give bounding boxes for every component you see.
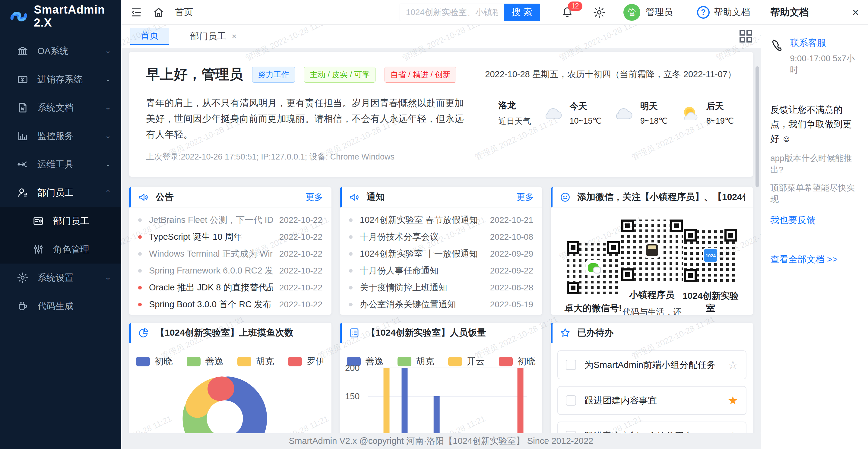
sidebar-submenu: 部门员工 角色管理: [0, 207, 121, 263]
sidebar-item-monitor[interactable]: 监控服务⌄: [0, 122, 121, 150]
settings-button[interactable]: [593, 6, 605, 19]
announcement-row[interactable]: TypeScript 诞生 10 周年2022-10-22: [131, 229, 329, 246]
search-input[interactable]: [400, 4, 504, 21]
more-link[interactable]: 更多: [516, 191, 534, 203]
star-toggle-icon[interactable]: ★: [728, 395, 738, 406]
todo-item[interactable]: 跟进团建内容事宜 ★: [557, 386, 746, 415]
weather-widget: 洛龙 近日天气 今天 10~15℃ 明天 9~18℃ 后天 8~19℃: [499, 99, 734, 127]
list-card-icon: [349, 327, 360, 338]
help-question-icon[interactable]: ?: [697, 6, 710, 19]
menu-fold-icon[interactable]: [130, 6, 142, 19]
star-toggle-icon[interactable]: ☆: [728, 359, 738, 371]
invoice-icon: [17, 73, 28, 85]
notice-row[interactable]: 十月份技术分享会议2022-10-08: [342, 229, 540, 246]
tab-department-employee[interactable]: 部门员工 ×: [180, 28, 247, 45]
tab-layout-grid-icon[interactable]: [740, 30, 752, 42]
announcement-row[interactable]: Spring Boot 3.0.0 首个 RC 发布2022-10-22: [131, 296, 329, 313]
sidebar-item-label: 进销存系统: [37, 73, 105, 86]
donut-chart: [129, 343, 332, 433]
sidebar-item-erp[interactable]: 进销存系统⌄: [0, 65, 121, 94]
sidebar-item-ops[interactable]: 运维工具⌄: [0, 150, 121, 179]
search-button[interactable]: 搜 索: [504, 4, 540, 21]
card-title: 添加微信，关注【小镇程序员】、【1024创新实验室】: [577, 191, 745, 203]
smartadmin-logo-icon: [10, 9, 28, 23]
greeting-card: 早上好，管理员 努力工作 主动 / 皮实 / 可靠 自省 / 精进 / 创新 2…: [129, 52, 753, 177]
feedback-link[interactable]: 我也要反馈: [770, 214, 859, 226]
close-icon[interactable]: ×: [852, 7, 859, 18]
monitor-chart-icon: [17, 130, 28, 142]
sidebar-subitem-label: 部门员工: [53, 215, 111, 227]
contact-support-link[interactable]: 联系客服: [790, 37, 859, 49]
bar-善逸: [402, 368, 408, 433]
tag-hard-work: 努力工作: [252, 67, 295, 83]
code-gen-icon: [17, 300, 28, 312]
settings-gear-icon: [17, 272, 28, 284]
all-docs-link[interactable]: 查看全部文档 >>: [770, 253, 859, 266]
tab-close-icon[interactable]: ×: [231, 32, 237, 41]
notice-row[interactable]: 1024创新实验室 春节放假通知2022-10-21: [342, 212, 540, 229]
app-logo[interactable]: SmartAdmin 2.X: [0, 0, 121, 27]
bar-chart: 200 150: [340, 343, 542, 433]
sidebar-subitem-label: 角色管理: [53, 243, 111, 256]
tab-home[interactable]: 首页: [130, 28, 169, 45]
sidebar-subitem-employee[interactable]: 部门员工: [0, 207, 121, 235]
home-icon[interactable]: [153, 6, 165, 19]
user-name[interactable]: 管理员: [646, 6, 673, 19]
footer: SmartAdmin V2.x @copyright 河南·洛阳【1024创新实…: [121, 433, 761, 449]
bar-初晓: [518, 368, 524, 433]
tag-values-red: 自省 / 精进 / 创新: [384, 67, 456, 83]
notification-bell[interactable]: 12: [561, 6, 574, 19]
notice-row[interactable]: 办公室消杀关键位置通知2022-05-19: [342, 296, 540, 313]
breadcrumb[interactable]: 首页: [175, 6, 193, 19]
sidebar-item-label: 系统文档: [37, 102, 105, 114]
app-title: SmartAdmin 2.X: [34, 3, 121, 29]
sun-cloud-icon: [678, 104, 702, 122]
sidebar-subitem-roles[interactable]: 角色管理: [0, 235, 121, 263]
donut-segment-罗伊: [220, 388, 222, 389]
smiley-icon: [560, 192, 570, 203]
tabbar: 首页 部门员工 ×: [121, 25, 761, 48]
sidebar-item-docs[interactable]: 系统文档⌄: [0, 94, 121, 122]
qr-code: [567, 241, 620, 294]
copyright-text: SmartAdmin V2.x @copyright 河南·洛阳【1024创新实…: [289, 435, 593, 447]
todo-card: 已办待办 为SmartAdmin前端小组分配任务 ☆ 跟进团建内容事宜 ★ 跟进…: [551, 323, 753, 433]
main-content: 早上好，管理员 努力工作 主动 / 皮实 / 可靠 自省 / 精进 / 创新 2…: [121, 48, 761, 433]
more-link[interactable]: 更多: [306, 191, 323, 203]
sidebar-item-settings[interactable]: 系统设置⌄: [0, 263, 121, 292]
speaker-icon: [138, 192, 149, 203]
weather-city-sub: 近日天气: [499, 116, 531, 127]
sidebar-item-oa[interactable]: OA系统⌄: [0, 37, 121, 65]
weather-tomorrow: 明天 9~18℃: [612, 100, 668, 126]
pie-chart-card: 【1024创新实验室】上班摸鱼次数 初晓善逸胡克罗伊: [129, 323, 332, 433]
announcement-row[interactable]: JetBrains Fleet 公测，下一代 IDE2022-10-22: [131, 212, 329, 229]
notice-card: 通知 更多 1024创新实验室 春节放假通知2022-10-21 十月份技术分享…: [340, 187, 542, 315]
todo-item[interactable]: 跟进客户定制一个软件平台 ☆: [557, 422, 746, 433]
user-avatar[interactable]: 管: [623, 4, 640, 21]
sidebar-item-employee[interactable]: 部门员工⌃: [0, 179, 121, 207]
notice-row[interactable]: 关于疫情防控上班通知2022-06-28: [342, 279, 540, 296]
employee-icon: [17, 187, 28, 198]
daily-quote: 青年的肩上，从不只有清风明月，更有责任担当。岁月因青春慨然以赴而更加美好，世间因…: [146, 95, 466, 142]
sidebar-item-codegen[interactable]: 代码生成: [0, 292, 121, 320]
announcement-row[interactable]: Spring Framework 6.0.0 RC2 发布2022-10-22: [131, 262, 329, 279]
sidebar-item-label: 部门员工: [37, 187, 105, 199]
todo-checkbox[interactable]: [566, 431, 576, 433]
card-title: 【1024创新实验室】人员饭量: [367, 327, 534, 339]
notice-row[interactable]: 十月份人事任命通知2022-09-22: [342, 262, 540, 279]
card-title: 通知: [367, 191, 516, 203]
todo-item[interactable]: 为SmartAdmin前端小组分配任务 ☆: [557, 350, 746, 379]
todo-checkbox[interactable]: [566, 360, 576, 370]
announcement-row[interactable]: Windows Terminal 正式成为 Win...2022-10-22: [131, 246, 329, 262]
feedback-item: app版本什么时候能推出?: [770, 153, 859, 175]
help-docs-button[interactable]: 帮助文档: [714, 6, 750, 19]
y-tick: 200: [345, 363, 360, 373]
y-tick: 150: [345, 391, 360, 401]
phone-icon: [770, 39, 783, 53]
todo-checkbox[interactable]: [566, 395, 576, 406]
notice-row[interactable]: 1024创新实验室 十一放假通知2022-09-29: [342, 246, 540, 262]
announcement-row[interactable]: Oracle 推出 JDK 8 的直接替代品2022-10-22: [131, 279, 329, 296]
qr-item: 小镇程序员 代码与生活，还有钱途: [622, 220, 682, 315]
star-toggle-icon[interactable]: ☆: [728, 430, 738, 433]
scrollbar-thumb[interactable]: [755, 66, 759, 187]
main-scrollbar[interactable]: [755, 48, 759, 449]
